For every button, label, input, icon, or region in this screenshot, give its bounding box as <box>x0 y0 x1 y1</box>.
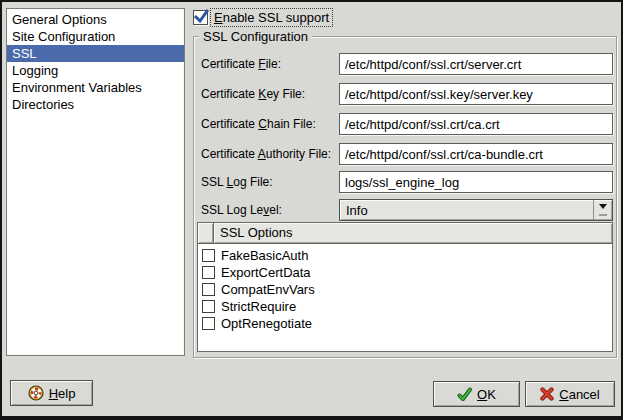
help-button-label: Help <box>49 386 76 401</box>
ok-check-icon <box>457 387 472 402</box>
sidebar-item-logging[interactable]: Logging <box>7 62 184 79</box>
table-row[interactable]: FakeBasicAuth <box>198 247 612 264</box>
frame-title: SSL Configuration <box>199 29 312 44</box>
option-label: OptRenegotiate <box>215 316 312 331</box>
strictrequire-checkbox[interactable] <box>202 300 215 313</box>
sidebar-item-ssl[interactable]: SSL <box>7 45 184 62</box>
cancel-x-icon <box>540 387 554 401</box>
optrenegotiate-checkbox[interactable] <box>202 317 215 330</box>
compatenvvars-checkbox[interactable] <box>202 283 215 296</box>
ssl-log-level-label: SSL Log Level: <box>201 202 282 218</box>
enable-ssl-checkbox[interactable] <box>193 10 208 25</box>
category-list: General Options Site Configuration SSL L… <box>6 8 185 356</box>
certificate-key-file-label: Certificate Key File: <box>201 86 305 102</box>
table-header-row: SSL Options <box>198 223 612 244</box>
certificate-chain-file-input[interactable] <box>339 113 613 135</box>
ssl-log-file-label: SSL Log File: <box>201 174 273 190</box>
help-lifesaver-icon <box>28 385 44 401</box>
sidebar-item-environment-variables[interactable]: Environment Variables <box>7 79 184 96</box>
ssl-configuration-frame: SSL Configuration Certificate File: Cert… <box>193 36 617 358</box>
ssl-options-table: SSL Options FakeBasicAuth ExportCertData… <box>197 222 613 352</box>
sidebar-item-site-configuration[interactable]: Site Configuration <box>7 28 184 45</box>
ssl-settings-window: General Options Site Configuration SSL L… <box>0 0 623 420</box>
ok-button[interactable]: OK <box>433 381 520 407</box>
fakebasicauth-checkbox[interactable] <box>202 249 215 262</box>
chevron-down-icon[interactable] <box>593 200 612 220</box>
help-button[interactable]: Help <box>10 380 93 406</box>
sidebar-item-general-options[interactable]: General Options <box>7 11 184 28</box>
ssl-log-level-value: Info <box>340 203 593 218</box>
checkbox-column-header[interactable] <box>198 223 214 244</box>
ok-button-label: OK <box>477 387 496 402</box>
certificate-authority-file-input[interactable] <box>339 143 613 165</box>
option-label: FakeBasicAuth <box>215 248 308 263</box>
enable-ssl-label[interactable]: Enable SSL support <box>211 9 332 26</box>
table-row[interactable]: CompatEnvVars <box>198 281 612 298</box>
ssl-log-file-input[interactable] <box>339 171 613 193</box>
option-label: ExportCertData <box>215 265 311 280</box>
certificate-key-file-input[interactable] <box>339 83 613 105</box>
table-row[interactable]: StrictRequire <box>198 298 612 315</box>
table-row[interactable]: OptRenegotiate <box>198 315 612 332</box>
option-label: CompatEnvVars <box>215 282 315 297</box>
ssl-log-level-dropdown[interactable]: Info <box>339 199 613 221</box>
certificate-authority-file-label: Certificate Authority File: <box>201 146 331 162</box>
certificate-chain-file-label: Certificate Chain File: <box>201 116 316 132</box>
certificate-file-input[interactable] <box>339 53 613 75</box>
certificate-file-label: Certificate File: <box>201 56 281 72</box>
table-row[interactable]: ExportCertData <box>198 264 612 281</box>
option-label: StrictRequire <box>215 299 296 314</box>
check-icon <box>192 7 211 26</box>
sidebar-item-directories[interactable]: Directories <box>7 96 184 113</box>
cancel-button[interactable]: Cancel <box>525 381 615 407</box>
cancel-button-label: Cancel <box>559 387 599 402</box>
ssl-options-column-header[interactable]: SSL Options <box>214 223 612 244</box>
exportcertdata-checkbox[interactable] <box>202 266 215 279</box>
